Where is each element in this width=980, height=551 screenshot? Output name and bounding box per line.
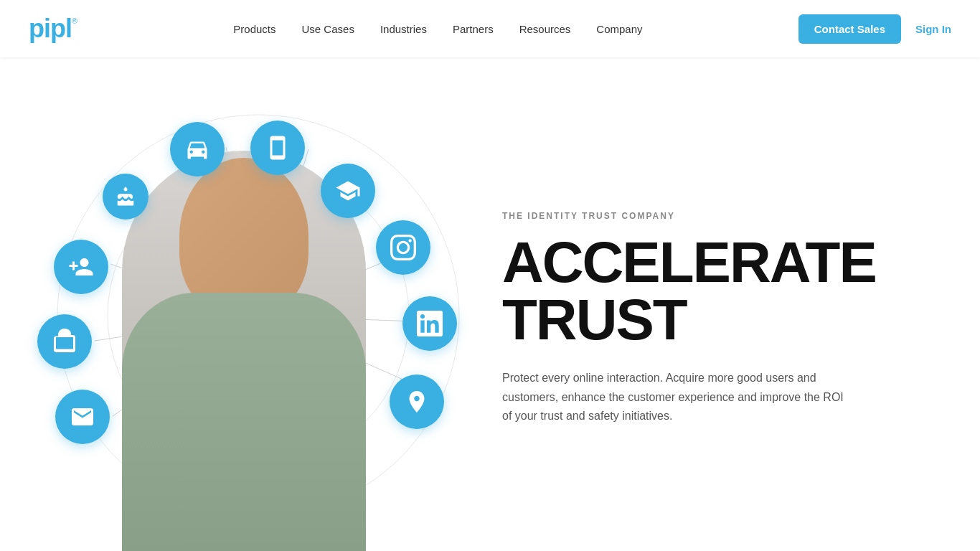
birthday-icon-bubble [103,174,149,220]
nav-resources[interactable]: Resources [519,23,571,35]
nav-use-cases[interactable]: Use Cases [302,23,354,35]
linkedin-icon-bubble [402,296,457,351]
briefcase-icon-bubble [37,314,92,369]
logo-trademark: ® [72,17,77,25]
hero-description: Protect every online interaction. Acquir… [502,369,847,425]
car-icon [184,136,210,162]
graduation-icon-bubble [321,164,375,218]
graduation-icon [335,178,361,204]
nav-partners[interactable]: Partners [453,23,494,35]
email-icon-bubble [55,390,110,444]
header: pipl® Products Use Cases Industries Part… [0,0,980,57]
location-icon [404,389,430,415]
main-nav: Products Use Cases Industries Partners R… [233,23,642,35]
email-icon [70,404,95,430]
nav-products[interactable]: Products [233,23,275,35]
phone-icon-bubble [250,121,305,175]
hero-text: THE IDENTITY TRUST COMPANY ACCELERATE TR… [473,57,980,551]
briefcase-icon [52,329,77,354]
nav-company[interactable]: Company [596,23,642,35]
main-content: THE IDENTITY TRUST COMPANY ACCELERATE TR… [0,57,980,551]
hero-illustration [0,57,473,551]
instagram-icon-bubble [376,220,430,275]
sign-in-button[interactable]: Sign In [915,23,951,35]
nav-industries[interactable]: Industries [380,23,427,35]
logo-text: pipl [29,14,72,44]
instagram-icon [390,235,416,260]
phone-icon [265,135,291,161]
header-actions: Contact Sales Sign In [798,14,951,44]
hero-tagline: THE IDENTITY TRUST COMPANY [502,211,937,221]
add-user-icon [68,254,94,280]
location-icon-bubble [390,375,444,429]
birthday-icon [115,186,136,207]
linkedin-icon [417,311,443,336]
contact-sales-button[interactable]: Contact Sales [798,14,901,44]
add-user-icon-bubble [54,240,108,294]
hero-title: ACCELERATE TRUST [502,234,937,349]
logo[interactable]: pipl® [29,14,77,44]
car-icon-bubble [170,122,225,176]
